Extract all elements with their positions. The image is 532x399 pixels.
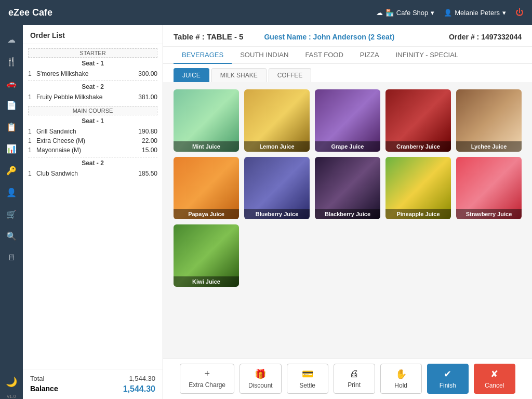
cancel-button[interactable]: ✘ Cancel <box>474 364 515 394</box>
order-list-body: STARTER Seat - 1 1 S'mores Milkshake 300… <box>23 44 163 369</box>
cloud-icon: ☁ <box>376 9 383 17</box>
juice-item-pineapple-juice[interactable]: Pineapple Juice <box>385 157 451 219</box>
sidebar-icon-cart[interactable]: 🛒 <box>2 205 21 223</box>
juice-item-kiwi-juice[interactable]: Kiwi Juice <box>174 224 239 287</box>
tab-infinity-special[interactable]: INFINITY - SPECIAL <box>388 47 467 64</box>
guest-info: Guest Name : John Anderson (2 Seat) <box>264 33 394 41</box>
settle-button[interactable]: 💳 Settle <box>287 364 328 394</box>
venue-selector[interactable]: ☁ 🏪 Cafe Shop ▾ <box>376 9 434 17</box>
balance-row: Balance 1,544.30 <box>30 384 155 394</box>
main-header: Table # : TABLE - 5 Guest Name : John An… <box>163 25 532 47</box>
order-list-header: Order List <box>23 25 163 44</box>
guest-label: Guest Name : <box>264 33 311 41</box>
tab-pizza[interactable]: PIZZA <box>352 47 388 64</box>
user-chevron-icon: ▾ <box>502 9 506 17</box>
discount-icon: 🎁 <box>255 368 266 380</box>
sidebar-icon-cloud[interactable]: ☁ <box>2 30 21 49</box>
guest-name: John Anderson (2 Seat) <box>313 33 395 41</box>
order-item: 1 Club Sandwich 185.50 <box>28 169 157 178</box>
sidebar-icon-list[interactable]: 📋 <box>2 117 21 136</box>
user-name: Melanie Peters <box>455 9 500 17</box>
total-label: Total <box>30 375 44 382</box>
print-icon: 🖨 <box>350 368 359 379</box>
sidebar-icon-monitor[interactable]: 🖥 <box>2 248 21 267</box>
print-label: Print <box>348 381 361 389</box>
order-item: 1 Fruity Pebble Milkshake 381.00 <box>28 92 157 102</box>
juice-item-papaya-juice[interactable]: Papaya Juice <box>174 157 239 219</box>
finish-icon: ✔ <box>444 368 451 380</box>
main-content: Table # : TABLE - 5 Guest Name : John An… <box>163 25 532 399</box>
order-item: 1 Mayonnaise (M) 15.00 <box>28 145 157 155</box>
juice-item-mint-juice[interactable]: Mint Juice <box>174 89 239 152</box>
user-selector[interactable]: 👤 Melanie Peters ▾ <box>444 9 506 17</box>
order-number: Order # : 1497332044 <box>449 33 522 41</box>
discount-button[interactable]: 🎁 Discount <box>240 364 282 394</box>
hold-label: Hold <box>394 382 407 389</box>
top-nav: eZee Cafe ☁ 🏪 Cafe Shop ▾ 👤 Melanie Pete… <box>0 0 532 25</box>
starter-seat1-heading: Seat - 1 <box>28 60 157 67</box>
balance-value: 1,544.30 <box>123 384 155 394</box>
sub-tabs: JUICE MILK SHAKE COFFEE <box>163 64 532 82</box>
subtab-coffee[interactable]: COFFEE <box>269 68 312 82</box>
juice-item-label: Lemon Juice <box>244 141 310 152</box>
finish-label: Finish <box>440 382 456 389</box>
order-num-label: Order # : <box>449 33 479 41</box>
juice-item-cranberry-juice[interactable]: Cranberry Juice <box>385 89 451 152</box>
juice-item-label: Lychee Juice <box>456 141 522 152</box>
sidebar-icon-user[interactable]: 👤 <box>2 183 21 202</box>
juice-item-lemon-juice[interactable]: Lemon Juice <box>244 89 310 152</box>
venue-name: Cafe Shop <box>396 9 428 17</box>
juice-item-label: Kiwi Juice <box>174 276 239 287</box>
app-brand: eZee Cafe <box>8 7 52 18</box>
venue-chevron-icon: ▾ <box>431 9 434 17</box>
juice-item-label: Papaya Juice <box>174 209 239 219</box>
juice-item-blackberry-juice[interactable]: Blackberry Juice <box>315 157 380 219</box>
juice-item-label: Blackberry Juice <box>315 209 380 219</box>
juice-item-lychee-juice[interactable]: Lychee Juice <box>456 89 522 152</box>
sidebar-icon-search[interactable]: 🔍 <box>2 227 21 245</box>
venue-icon: 🏪 <box>385 9 394 17</box>
theme-toggle[interactable]: 🌙 <box>3 373 20 391</box>
settle-label: Settle <box>299 382 315 389</box>
order-panel: Order List STARTER Seat - 1 1 S'mores Mi… <box>23 25 163 399</box>
sidebar-icons: ☁ 🍴 🚗 📄 📋 📊 🔑 👤 🛒 🔍 🖥 🌙 v1.0 <box>0 25 23 399</box>
juice-item-label: Cranberry Juice <box>385 141 451 152</box>
starter-section: STARTER Seat - 1 1 S'mores Milkshake 300… <box>28 48 157 102</box>
finish-button[interactable]: ✔ Finish <box>427 364 469 394</box>
subtab-milkshake[interactable]: MILK SHAKE <box>211 68 267 82</box>
power-icon[interactable]: ⏻ <box>515 8 524 17</box>
sidebar-icon-delivery[interactable]: 🚗 <box>2 74 21 92</box>
juice-grid: Mint JuiceLemon JuiceGrape JuiceCranberr… <box>174 89 522 287</box>
juice-item-grape-juice[interactable]: Grape Juice <box>315 89 380 152</box>
total-row: Total 1,544.30 <box>30 375 155 382</box>
order-num-value: 1497332044 <box>481 33 522 41</box>
print-button[interactable]: 🖨 Print <box>334 364 375 394</box>
sidebar-icon-report[interactable]: 📄 <box>2 96 21 114</box>
main-seat2-heading: Seat - 2 <box>28 159 157 167</box>
tab-fast-food[interactable]: FAST FOOD <box>297 47 351 64</box>
order-item: 1 Extra Cheese (M) 22.00 <box>28 136 157 145</box>
hold-button[interactable]: ✋ Hold <box>380 364 422 394</box>
hold-icon: ✋ <box>395 368 407 380</box>
juice-item-strawberry-juice[interactable]: Strawberry Juice <box>456 157 522 219</box>
user-icon: 👤 <box>444 9 452 17</box>
version-label: v1.0 <box>7 394 16 399</box>
extra-charge-button[interactable]: + Extra Charge <box>180 364 234 394</box>
juice-item-blueberry-juice[interactable]: Blueberry Juice <box>244 157 310 219</box>
category-tabs: BEVERAGES SOUTH INDIAN FAST FOOD PIZZA I… <box>163 47 532 64</box>
total-value: 1,544.30 <box>129 375 155 382</box>
sidebar-icon-key[interactable]: 🔑 <box>2 161 21 180</box>
tab-beverages[interactable]: BEVERAGES <box>174 47 232 64</box>
discount-label: Discount <box>248 382 273 389</box>
juice-item-label: Blueberry Juice <box>244 209 310 219</box>
main-course-section: MAIN COURSE Seat - 1 1 Grill Sandwich 19… <box>28 106 157 178</box>
sidebar-icon-food[interactable]: 🍴 <box>2 52 21 71</box>
order-footer: Total 1,544.30 Balance 1,544.30 <box>23 369 163 399</box>
main-seat1-heading: Seat - 1 <box>28 117 157 125</box>
layout: ☁ 🍴 🚗 📄 📋 📊 🔑 👤 🛒 🔍 🖥 🌙 v1.0 Order List … <box>0 25 532 399</box>
tab-south-indian[interactable]: SOUTH INDIAN <box>232 47 297 64</box>
starter-seat2-heading: Seat - 2 <box>28 83 157 90</box>
subtab-juice[interactable]: JUICE <box>174 68 209 82</box>
items-area: Mint JuiceLemon JuiceGrape JuiceCranberr… <box>163 82 532 358</box>
sidebar-icon-chart[interactable]: 📊 <box>2 139 21 158</box>
